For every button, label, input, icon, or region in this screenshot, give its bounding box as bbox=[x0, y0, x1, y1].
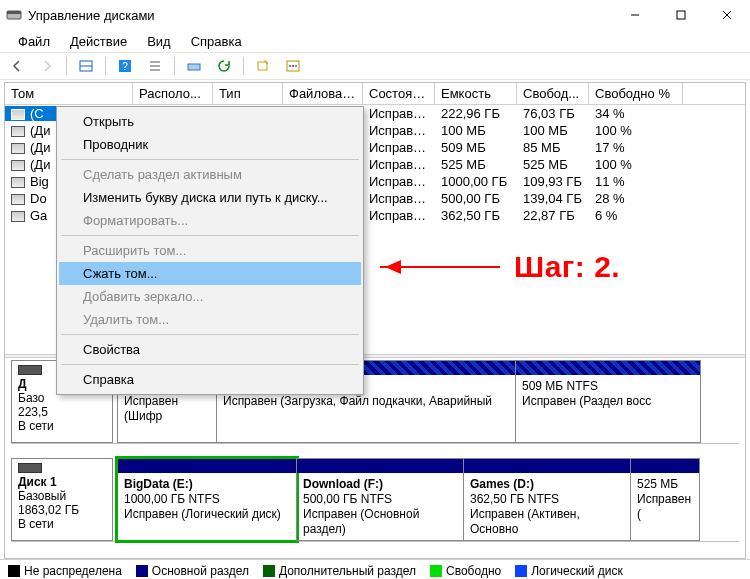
ctx-format: Форматировать... bbox=[59, 209, 361, 232]
window-minimize-button[interactable] bbox=[612, 0, 658, 30]
help-icon[interactable]: ? bbox=[114, 55, 136, 77]
ctx-change-letter[interactable]: Изменить букву диска или путь к диску... bbox=[59, 186, 361, 209]
volume-box[interactable]: 525 МБИсправен ( bbox=[630, 458, 700, 541]
menu-file[interactable]: Файл bbox=[8, 32, 60, 51]
svg-point-18 bbox=[295, 65, 297, 67]
ctx-help[interactable]: Справка bbox=[59, 368, 361, 391]
disk-icon bbox=[18, 463, 42, 473]
menubar: Файл Действие Вид Справка bbox=[0, 30, 750, 52]
svg-text:?: ? bbox=[122, 61, 128, 72]
disk-row: Диск 1 Базовый 1863,02 ГБ В сети BigData… bbox=[11, 458, 739, 542]
col-type[interactable]: Тип bbox=[213, 83, 283, 104]
disk-icon bbox=[18, 365, 42, 375]
action1-icon[interactable] bbox=[183, 55, 205, 77]
volume-list-header: Том Располо... Тип Файловая с... Состоян… bbox=[5, 83, 745, 105]
col-vol[interactable]: Том bbox=[5, 83, 133, 104]
volume-box-bigdata[interactable]: BigData (E:)1000,00 ГБ NTFSИсправен (Лог… bbox=[117, 458, 297, 541]
svg-rect-13 bbox=[188, 64, 200, 70]
list-icon[interactable] bbox=[144, 55, 166, 77]
col-layout[interactable]: Располо... bbox=[133, 83, 213, 104]
app-icon bbox=[6, 7, 22, 23]
view-split-icon[interactable] bbox=[75, 55, 97, 77]
menu-action[interactable]: Действие bbox=[60, 32, 137, 51]
svg-rect-3 bbox=[677, 11, 685, 19]
ctx-properties[interactable]: Свойства bbox=[59, 338, 361, 361]
context-menu: Открыть Проводник Сделать раздел активны… bbox=[56, 106, 364, 395]
window-maximize-button[interactable] bbox=[658, 0, 704, 30]
properties-icon[interactable] bbox=[282, 55, 304, 77]
volume-box[interactable]: Games (D:)362,50 ГБ NTFSИсправен (Активе… bbox=[463, 458, 631, 541]
window-title: Управление дисками bbox=[28, 8, 612, 23]
ctx-shrink[interactable]: Сжать том... bbox=[59, 262, 361, 285]
ctx-mirror: Добавить зеркало... bbox=[59, 285, 361, 308]
disk-label[interactable]: Диск 1 Базовый 1863,02 ГБ В сети bbox=[11, 458, 113, 541]
svg-rect-1 bbox=[7, 11, 21, 14]
col-pct[interactable]: Свободно % bbox=[589, 83, 683, 104]
ctx-make-active: Сделать раздел активным bbox=[59, 163, 361, 186]
svg-point-16 bbox=[289, 65, 291, 67]
window-titlebar: Управление дисками bbox=[0, 0, 750, 30]
window-close-button[interactable] bbox=[704, 0, 750, 30]
menu-view[interactable]: Вид bbox=[137, 32, 181, 51]
volume-box[interactable]: 509 МБ NTFSИсправен (Раздел восс bbox=[515, 360, 701, 443]
ctx-extend: Расширить том... bbox=[59, 239, 361, 262]
back-icon[interactable] bbox=[6, 55, 28, 77]
arrow-icon bbox=[380, 266, 500, 268]
col-status[interactable]: Состояние bbox=[363, 83, 435, 104]
annotation-step-2: Шаг: 2. bbox=[380, 250, 620, 284]
ctx-delete: Удалить том... bbox=[59, 308, 361, 331]
ctx-explore[interactable]: Проводник bbox=[59, 133, 361, 156]
col-free[interactable]: Свобод... bbox=[517, 83, 589, 104]
annotation-text: Шаг: 2. bbox=[514, 250, 620, 284]
col-cap[interactable]: Емкость bbox=[435, 83, 517, 104]
refresh-icon[interactable] bbox=[213, 55, 235, 77]
ctx-open[interactable]: Открыть bbox=[59, 110, 361, 133]
toolbar: ? bbox=[0, 52, 750, 80]
menu-help[interactable]: Справка bbox=[181, 32, 252, 51]
svg-point-17 bbox=[292, 65, 294, 67]
volume-box[interactable]: Download (F:)500,00 ГБ NTFSИсправен (Осн… bbox=[296, 458, 464, 541]
forward-icon[interactable] bbox=[36, 55, 58, 77]
new-volume-icon[interactable] bbox=[252, 55, 274, 77]
svg-rect-14 bbox=[258, 62, 267, 70]
col-fs[interactable]: Файловая с... bbox=[283, 83, 363, 104]
legend: Не распределена Основной раздел Дополнит… bbox=[0, 559, 750, 579]
